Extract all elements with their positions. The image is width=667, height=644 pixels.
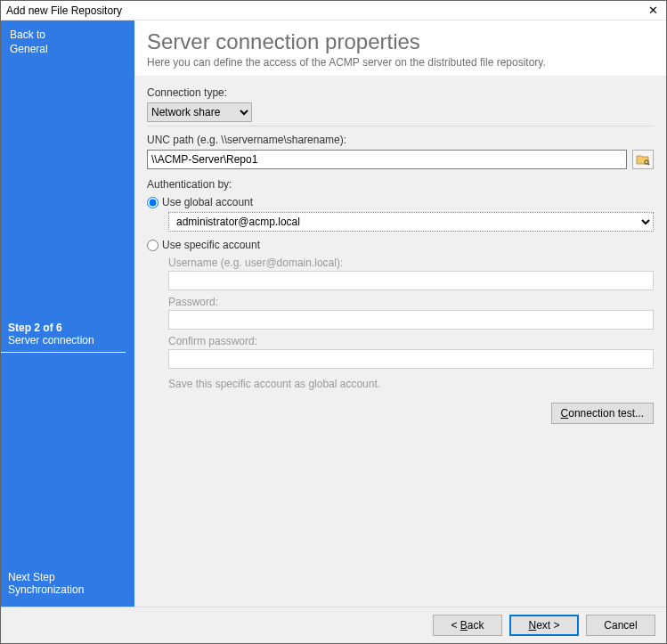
- wizard-footer: < Back Next > Cancel: [1, 607, 666, 643]
- page-header: Server connection properties Here you ca…: [134, 20, 666, 76]
- page-title: Server connection properties: [147, 29, 654, 54]
- svg-line-1: [648, 164, 650, 166]
- window-title: Add new File Repository: [6, 4, 643, 17]
- wizard-window: Add new File Repository ✕ Back to Genera…: [0, 0, 667, 644]
- browse-button[interactable]: [632, 150, 654, 169]
- specific-account-fields: Username (e.g. user@domain.local): Passw…: [168, 257, 654, 390]
- confirm-password-label: Confirm password:: [168, 335, 654, 347]
- sidebar-step-indicator: Step 2 of 6 Server connection: [1, 322, 126, 353]
- title-bar: Add new File Repository ✕: [1, 1, 666, 20]
- cancel-button[interactable]: Cancel: [586, 615, 655, 636]
- sidebar-back-link[interactable]: Back to General: [1, 20, 134, 63]
- back-button[interactable]: < Back: [433, 615, 502, 636]
- sidebar-back-top: Back to: [10, 29, 45, 41]
- connection-type-group: Connection type: Network share: [147, 79, 654, 122]
- connection-type-select[interactable]: Network share: [147, 102, 252, 122]
- unc-group: UNC path (e.g. \\servername\sharename): …: [147, 126, 654, 424]
- sidebar-back-bottom: General: [10, 43, 48, 55]
- connection-type-label: Connection type:: [147, 86, 654, 99]
- sidebar-step-name: Server connection: [8, 334, 126, 346]
- use-specific-label: Use specific account: [162, 239, 260, 251]
- sidebar-next-link[interactable]: Next Step Synchronization: [1, 571, 134, 607]
- wizard-sidebar: Back to General Step 2 of 6 Server conne…: [1, 20, 134, 607]
- use-global-radio[interactable]: [147, 197, 159, 208]
- connection-test-button[interactable]: Connection test...: [551, 403, 654, 424]
- page-subtitle: Here you can define the access of the AC…: [147, 56, 654, 69]
- password-label: Password:: [168, 296, 654, 308]
- folder-browse-icon: [636, 153, 650, 166]
- form-area: Connection type: Network share UNC path …: [134, 76, 666, 433]
- username-input: [168, 271, 654, 290]
- sidebar-next-bottom: Synchronization: [8, 583, 134, 596]
- password-input: [168, 310, 654, 330]
- wizard-main: Server connection properties Here you ca…: [134, 20, 666, 607]
- auth-by-label: Authentication by:: [147, 178, 654, 191]
- global-account-select[interactable]: administrator@acmp.local: [168, 212, 654, 232]
- sidebar-next-top: Next Step: [8, 571, 134, 583]
- save-global-hint: Save this specific account as global acc…: [168, 378, 654, 390]
- use-specific-row[interactable]: Use specific account: [147, 239, 654, 251]
- unc-path-input[interactable]: [147, 150, 627, 169]
- close-icon[interactable]: ✕: [643, 1, 663, 20]
- sidebar-step-of: Step 2 of 6: [8, 322, 126, 334]
- next-button[interactable]: Next >: [509, 615, 579, 636]
- wizard-body: Back to General Step 2 of 6 Server conne…: [1, 20, 666, 607]
- use-global-label: Use global account: [162, 196, 253, 208]
- unc-label: UNC path (e.g. \\servername\sharename):: [147, 134, 654, 146]
- use-specific-radio[interactable]: [147, 240, 159, 251]
- use-global-row[interactable]: Use global account: [147, 196, 654, 208]
- username-label: Username (e.g. user@domain.local):: [168, 257, 654, 269]
- confirm-password-input: [168, 349, 654, 369]
